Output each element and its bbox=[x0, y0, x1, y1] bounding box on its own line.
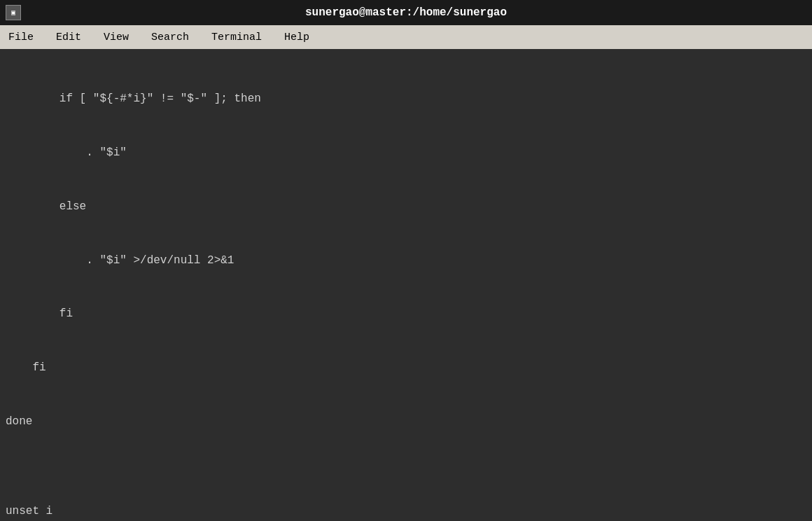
code-line: if [ "${-#*i}" != "$-" ]; then bbox=[3, 90, 809, 109]
title-bar-icon: ▣ bbox=[6, 5, 21, 20]
menu-view[interactable]: View bbox=[101, 30, 132, 45]
title-bar-text: sunergao@master:/home/sunergao bbox=[305, 6, 507, 19]
menu-bar: File Edit View Search Terminal Help bbox=[0, 25, 812, 49]
terminal-window: ▣ sunergao@master:/home/sunergao File Ed… bbox=[0, 0, 812, 521]
menu-terminal[interactable]: Terminal bbox=[209, 30, 265, 45]
menu-edit[interactable]: Edit bbox=[53, 30, 84, 45]
code-line: . "$i" bbox=[3, 144, 809, 162]
terminal-content[interactable]: if [ "${-#*i}" != "$-" ]; then . "$i" el… bbox=[0, 49, 812, 521]
code-line: else bbox=[3, 198, 809, 216]
menu-search[interactable]: Search bbox=[148, 30, 192, 45]
code-line: unset i bbox=[3, 503, 809, 521]
title-bar: ▣ sunergao@master:/home/sunergao bbox=[0, 0, 812, 25]
code-line: fi bbox=[3, 359, 809, 377]
menu-help[interactable]: Help bbox=[281, 30, 312, 45]
code-line: . "$i" >/dev/null 2>&1 bbox=[3, 252, 809, 270]
menu-file[interactable]: File bbox=[6, 30, 36, 45]
code-line: fi bbox=[3, 305, 809, 324]
code-line: done bbox=[3, 413, 809, 431]
